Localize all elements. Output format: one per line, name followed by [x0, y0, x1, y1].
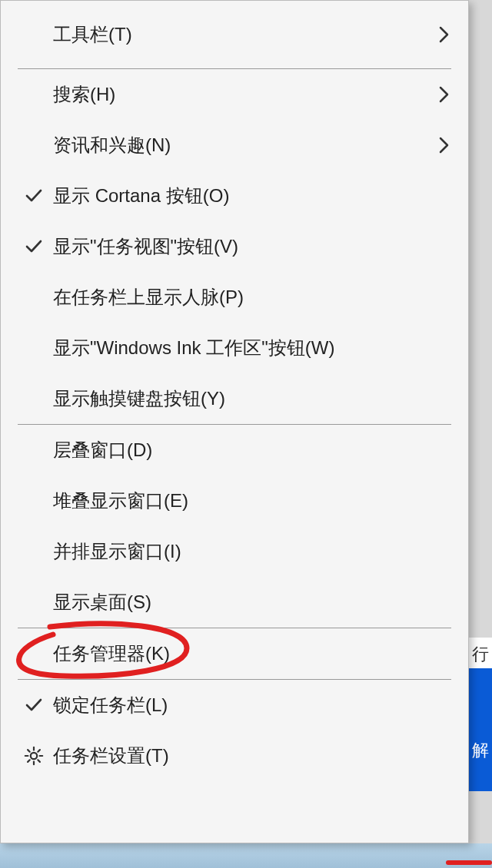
check-icon	[18, 239, 50, 254]
background-fragment-blue	[469, 668, 492, 791]
menu-item-people[interactable]: 在任务栏上显示人脉(P)	[1, 272, 468, 323]
gear-icon	[18, 746, 50, 766]
menu-item-task-manager[interactable]: 任务管理器(K)	[1, 628, 468, 679]
taskbar-context-menu: 工具栏(T) 搜索(H) 资讯和兴趣(N) 显示 Cortana 按钮(O) 显…	[0, 0, 469, 843]
menu-label: 堆叠显示窗口(E)	[50, 489, 454, 513]
taskbar-strip	[0, 843, 492, 868]
bg-text-blue: 解	[472, 739, 489, 762]
menu-item-cascade[interactable]: 层叠窗口(D)	[1, 425, 468, 475]
menu-item-toolbars[interactable]: 工具栏(T)	[1, 1, 468, 68]
menu-label: 显示桌面(S)	[50, 590, 454, 615]
svg-line-7	[38, 750, 40, 752]
svg-line-8	[28, 760, 30, 762]
menu-label: 显示触摸键盘按钮(Y)	[50, 386, 454, 411]
chevron-right-icon	[434, 137, 454, 154]
check-icon	[18, 188, 50, 204]
bg-text-top: 行	[472, 643, 489, 666]
chevron-right-icon	[434, 26, 454, 43]
menu-item-taskbar-settings[interactable]: 任务栏设置(T)	[1, 731, 468, 781]
menu-item-touch-keyboard[interactable]: 显示触摸键盘按钮(Y)	[1, 373, 468, 424]
menu-item-windows-ink[interactable]: 显示"Windows Ink 工作区"按钮(W)	[1, 323, 468, 373]
menu-label: 并排显示窗口(I)	[50, 539, 454, 564]
menu-label: 层叠窗口(D)	[50, 438, 454, 462]
svg-point-0	[31, 753, 37, 759]
menu-item-news-interests[interactable]: 资讯和兴趣(N)	[1, 120, 468, 171]
menu-label: 搜索(H)	[50, 82, 434, 107]
menu-label: 工具栏(T)	[50, 22, 434, 47]
chevron-right-icon	[434, 86, 454, 103]
menu-label: 显示 Cortana 按钮(O)	[50, 184, 454, 208]
menu-item-search[interactable]: 搜索(H)	[1, 69, 468, 120]
menu-item-show-desktop[interactable]: 显示桌面(S)	[1, 577, 468, 628]
menu-label: 显示"Windows Ink 工作区"按钮(W)	[50, 336, 454, 360]
red-underline-annotation	[446, 860, 492, 865]
menu-label: 在任务栏上显示人脉(P)	[50, 285, 454, 310]
menu-label: 锁定任务栏(L)	[50, 693, 454, 717]
menu-item-lock-taskbar[interactable]: 锁定任务栏(L)	[1, 680, 468, 731]
menu-item-side-by-side[interactable]: 并排显示窗口(I)	[1, 526, 468, 577]
menu-item-cortana-button[interactable]: 显示 Cortana 按钮(O)	[1, 171, 468, 221]
check-icon	[18, 697, 50, 713]
menu-item-stacked[interactable]: 堆叠显示窗口(E)	[1, 475, 468, 526]
svg-line-5	[28, 750, 30, 752]
menu-label: 任务管理器(K)	[50, 641, 454, 666]
menu-label: 显示"任务视图"按钮(V)	[50, 234, 454, 259]
menu-label: 任务栏设置(T)	[50, 744, 454, 768]
svg-line-6	[38, 760, 40, 762]
menu-item-task-view-button[interactable]: 显示"任务视图"按钮(V)	[1, 221, 468, 272]
background-fragment-top: 行	[469, 638, 492, 671]
menu-label: 资讯和兴趣(N)	[50, 133, 434, 157]
